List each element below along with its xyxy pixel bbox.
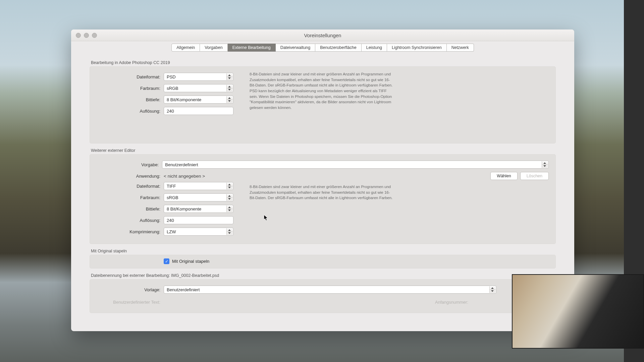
select-colorspace2[interactable]: sRGB: [164, 193, 233, 201]
tab-netzwerk[interactable]: Netzwerk: [447, 44, 474, 52]
select-compression-value: LZW: [167, 229, 176, 234]
tab-externe[interactable]: Externe Bearbeitung: [228, 44, 276, 52]
select-preset-value: Benutzerdefiniert: [165, 162, 198, 167]
tab-sync[interactable]: Lightroom Synchronisieren: [387, 44, 447, 52]
section3-panel: Mit Original stapeln: [90, 255, 556, 268]
choose-button[interactable]: Wählen: [490, 172, 517, 180]
application-value: < nicht angegeben >: [164, 174, 488, 179]
tab-leistung[interactable]: Leistung: [362, 44, 387, 52]
input-resolution[interactable]: 240: [164, 107, 233, 115]
label-colorspace2: Farbraum:: [97, 195, 164, 200]
select-template[interactable]: Benutzerdefiniert: [164, 286, 496, 294]
select-compression[interactable]: LZW: [164, 228, 233, 236]
section2-panel: Vorgabe: Benutzerdefiniert Anwendung: < …: [90, 154, 556, 244]
section1-note: 8-Bit-Dateien sind zwar kleiner und mit …: [250, 71, 394, 111]
stepper-icon: [226, 205, 233, 212]
select-colorspace2-value: sRGB: [167, 195, 178, 200]
label-preset: Vorgabe:: [97, 162, 162, 167]
stepper-icon: [226, 228, 233, 235]
label-colorspace: Farbraum:: [97, 86, 164, 91]
preferences-window: Voreinstellungen Allgemein Vorgaben Exte…: [71, 29, 574, 331]
checkbox-stack-original-label: Mit Original stapeln: [172, 259, 209, 264]
window-titlebar: Voreinstellungen: [71, 29, 574, 41]
select-fileformat2-value: TIFF: [167, 184, 176, 189]
tab-strip: Allgemein Vorgaben Externe Bearbeitung D…: [71, 44, 574, 52]
select-preset[interactable]: Benutzerdefiniert: [162, 161, 549, 169]
select-colorspace[interactable]: sRGB: [164, 84, 233, 92]
stepper-icon: [226, 194, 233, 201]
input-resolution2-value: 240: [167, 218, 174, 223]
webcam-overlay: [512, 274, 644, 349]
label-startnumber: Anfangsnummer:: [435, 300, 468, 305]
stepper-icon: [489, 286, 496, 293]
window-title: Voreinstellungen: [71, 33, 574, 38]
label-customtext: Benutzerdefinierter Text:: [97, 300, 164, 305]
tab-dateiverw[interactable]: Dateiverwaltung: [276, 44, 316, 52]
label-template: Vorlage:: [97, 287, 164, 292]
section1-title: Bearbeitung in Adobe Photoshop CC 2019: [91, 60, 556, 65]
label-resolution2: Auflösung:: [97, 218, 164, 223]
stepper-icon: [226, 96, 233, 103]
tab-ui[interactable]: Benutzeroberfläche: [315, 44, 361, 52]
stepper-icon: [226, 85, 233, 92]
section4-title: Dateibenennung bei externer Bearbeitung:…: [91, 273, 556, 278]
section2-title: Weiterer externer Editor: [91, 148, 556, 153]
section1-panel: Dateiformat: PSD Farbraum: sRGB: [90, 66, 556, 143]
select-bitdepth2-value: 8 Bit/Komponente: [167, 206, 201, 212]
stepper-icon: [226, 183, 233, 189]
clear-button[interactable]: Löschen: [520, 172, 549, 180]
select-template-value: Benutzerdefiniert: [167, 287, 200, 292]
label-bitdepth: Bittiefe:: [97, 97, 164, 102]
section3-title: Mit Original stapeln: [91, 249, 556, 253]
select-fileformat-value: PSD: [167, 74, 176, 79]
section2-note: 8-Bit-Dateien sind zwar kleiner und mit …: [250, 184, 394, 201]
section4-panel: Vorlage: Benutzerdefiniert Benutzerdefin…: [90, 279, 556, 313]
checkbox-stack-original[interactable]: [164, 258, 169, 264]
tab-allgemein[interactable]: Allgemein: [171, 44, 200, 52]
label-compression: Komprimierung:: [97, 229, 164, 234]
select-fileformat[interactable]: PSD: [164, 73, 233, 81]
input-resolution-value: 240: [167, 109, 174, 114]
label-application: Anwendung:: [97, 174, 164, 179]
stepper-icon: [226, 73, 233, 80]
select-bitdepth2[interactable]: 8 Bit/Komponente: [164, 205, 233, 213]
select-bitdepth-value: 8 Bit/Komponente: [167, 97, 201, 102]
label-resolution: Auflösung:: [97, 109, 164, 114]
tab-vorgaben[interactable]: Vorgaben: [200, 44, 228, 52]
select-colorspace-value: sRGB: [167, 86, 178, 91]
select-bitdepth[interactable]: 8 Bit/Komponente: [164, 96, 233, 104]
select-fileformat2[interactable]: TIFF: [164, 182, 233, 190]
label-fileformat2: Dateiformat:: [97, 184, 164, 189]
label-fileformat: Dateiformat:: [97, 74, 164, 79]
stepper-icon: [542, 161, 548, 168]
label-bitdepth2: Bittiefe:: [97, 206, 164, 212]
input-resolution2[interactable]: 240: [164, 216, 233, 224]
